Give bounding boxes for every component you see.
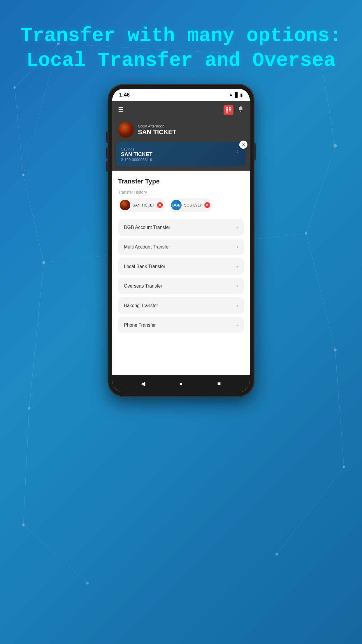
transfer-option-dgb[interactable]: DGB Account Transfer › (118, 219, 244, 236)
phone-screen: 1:46 ▲ ▊ ▮ ☰ (112, 89, 250, 392)
transfer-list: DGB Account Transfer › Multi Account Tra… (118, 219, 244, 333)
chevron-icon-overseas: › (236, 283, 238, 289)
transfer-option-bakong[interactable]: Bakong Transfer › (118, 297, 244, 314)
nav-home-button[interactable]: ● (177, 379, 185, 388)
nav-back-button[interactable]: ◀ (139, 379, 147, 388)
headline: Transfer with many options: Local Transf… (9, 23, 353, 73)
user-info: Good Afternoon SAN TICKET (138, 124, 176, 136)
sheet-title: Transfer Type (118, 178, 244, 185)
svg-line-20 (306, 233, 335, 350)
transfer-label-multi: Multi Account Transfer (124, 244, 170, 250)
headline-line2: Local Transfer and Oversea (9, 48, 353, 73)
status-bar: 1:46 ▲ ▊ ▮ (112, 89, 250, 101)
user-avatar (118, 122, 134, 138)
battery-icon: ▮ (240, 92, 243, 98)
phone-device: 1:46 ▲ ▊ ▮ ☰ (108, 85, 254, 396)
user-section: Good Afternoon SAN TICKET (112, 119, 250, 142)
user-name: SAN TICKET (138, 128, 176, 136)
svg-rect-33 (229, 111, 230, 111)
svg-line-22 (23, 408, 29, 525)
bottom-sheet: Transfer Type Transfer History SAN TICKE… (112, 171, 250, 375)
transfer-history-label: Transfer History (118, 190, 244, 195)
contact-remove-1[interactable]: ✕ (157, 202, 163, 208)
transfer-option-phone[interactable]: Phone Transfer › (118, 317, 244, 333)
card-account-number: 2-120-00000384-9 (121, 158, 241, 162)
chevron-icon-local: › (236, 263, 238, 270)
nav-bar: ◀ ● ■ (112, 375, 250, 392)
svg-line-18 (23, 175, 44, 262)
chevron-icon-bakong: › (236, 302, 238, 309)
contact-name-2: SOU LYLY (184, 203, 202, 207)
greeting-text: Good Afternoon (138, 124, 176, 128)
transfer-label-phone: Phone Transfer (124, 323, 156, 328)
wifi-icon: ▲ (229, 92, 233, 97)
svg-line-21 (335, 350, 344, 467)
contacts-row: SAN TICKET ✕ DGB SOU LYLY ✕ (118, 198, 244, 212)
svg-rect-28 (227, 108, 228, 109)
contact-avatar-2: DGB (171, 200, 182, 210)
svg-rect-30 (230, 108, 231, 109)
svg-line-23 (23, 525, 87, 583)
card-section: ⋮ Savings SAN TICKET 2-120-00000384-9 ✕ (112, 142, 250, 171)
status-icons: ▲ ▊ ▮ (229, 92, 243, 98)
contact-name-1: SAN TICKET (133, 203, 155, 207)
hamburger-icon[interactable]: ☰ (118, 107, 124, 113)
chevron-icon-dgb: › (236, 224, 238, 230)
transfer-option-local[interactable]: Local Bank Transfer › (118, 258, 244, 275)
phone-shell: 1:46 ▲ ▊ ▮ ☰ (108, 85, 254, 396)
qr-icon-button[interactable] (224, 105, 233, 115)
svg-line-24 (277, 467, 344, 554)
contact-avatar-1 (120, 200, 130, 210)
transfer-option-multi[interactable]: Multi Account Transfer › (118, 239, 244, 255)
chevron-icon-phone: › (236, 322, 238, 328)
transfer-label-overseas: Overseas Transfer (124, 284, 162, 289)
close-button[interactable]: ✕ (239, 141, 247, 149)
chevron-icon-multi: › (236, 244, 238, 250)
status-time: 1:46 (119, 92, 130, 98)
nav-recent-button[interactable]: ■ (215, 379, 223, 388)
savings-card[interactable]: ⋮ Savings SAN TICKET 2-120-00000384-9 ✕ (116, 142, 246, 167)
transfer-option-overseas[interactable]: Overseas Transfer › (118, 278, 244, 294)
bell-icon[interactable] (238, 106, 244, 114)
transfer-label-local: Local Bank Transfer (124, 264, 165, 269)
contact-chip-2[interactable]: DGB SOU LYLY ✕ (169, 198, 213, 212)
contact-remove-2[interactable]: ✕ (204, 202, 210, 208)
svg-line-19 (29, 262, 44, 408)
app-header: ☰ (112, 101, 250, 119)
card-account-name: SAN TICKET (121, 151, 241, 158)
transfer-label-dgb: DGB Account Transfer (124, 225, 170, 230)
headline-line1: Transfer with many options: (9, 23, 353, 48)
header-icons (224, 105, 244, 115)
transfer-label-bakong: Bakong Transfer (124, 303, 158, 308)
contact-chip-1[interactable]: SAN TICKET ✕ (118, 198, 166, 212)
svg-rect-36 (230, 111, 231, 112)
svg-line-17 (306, 146, 335, 233)
svg-rect-32 (227, 111, 228, 112)
svg-rect-35 (229, 112, 230, 112)
svg-line-14 (15, 88, 23, 175)
svg-rect-34 (230, 111, 231, 111)
card-label: Savings (121, 147, 241, 151)
signal-icon: ▊ (235, 92, 238, 98)
